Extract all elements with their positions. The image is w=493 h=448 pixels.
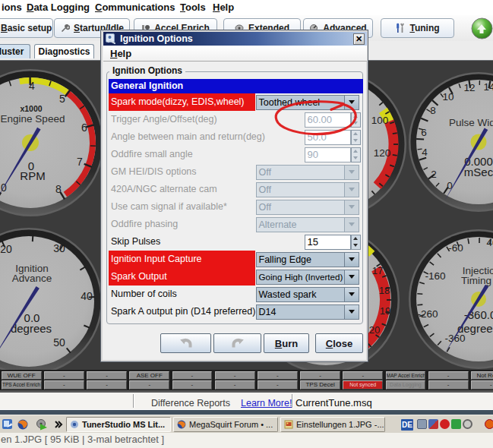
svg-text:4: 4	[29, 80, 35, 92]
svg-text:0: 0	[447, 180, 453, 191]
svg-text:100: 100	[371, 115, 389, 126]
svg-text:8: 8	[55, 183, 62, 195]
svg-text:40: 40	[81, 290, 93, 302]
svg-text:8: 8	[430, 105, 436, 116]
svg-text:12: 12	[463, 82, 475, 93]
svg-text:-160: -160	[425, 270, 445, 282]
svg-text:Engine Speed: Engine Speed	[1, 113, 65, 125]
svg-text:-260: -260	[417, 308, 438, 320]
svg-text:RPM: RPM	[20, 169, 45, 182]
svg-text:5: 5	[59, 93, 65, 105]
svg-text:6: 6	[81, 121, 87, 134]
svg-text:50: 50	[53, 336, 65, 349]
svg-text:18: 18	[379, 285, 390, 296]
svg-text:-60: -60	[448, 242, 463, 254]
svg-text:degrees: degrees	[11, 322, 52, 335]
svg-text:20: 20	[0, 243, 12, 255]
svg-text:Advance: Advance	[12, 273, 52, 284]
svg-text:Pulse Width: Pulse Width	[449, 117, 493, 128]
svg-text:17: 17	[372, 265, 383, 276]
svg-text:10: 10	[442, 91, 453, 103]
svg-text:mSec: mSec	[464, 166, 493, 178]
svg-text:Timing: Timing	[461, 275, 491, 286]
svg-text:120: 120	[374, 147, 391, 159]
svg-text:4: 4	[422, 147, 428, 158]
svg-text:6: 6	[421, 127, 427, 138]
svg-text:40: 40	[486, 237, 493, 248]
svg-text:2: 2	[431, 169, 437, 180]
svg-text:30: 30	[53, 242, 65, 254]
svg-text:19: 19	[380, 305, 390, 317]
svg-text:14: 14	[483, 81, 493, 93]
svg-text:7: 7	[77, 156, 83, 168]
svg-text:x1000: x1000	[20, 104, 42, 113]
svg-text:20: 20	[369, 324, 380, 336]
